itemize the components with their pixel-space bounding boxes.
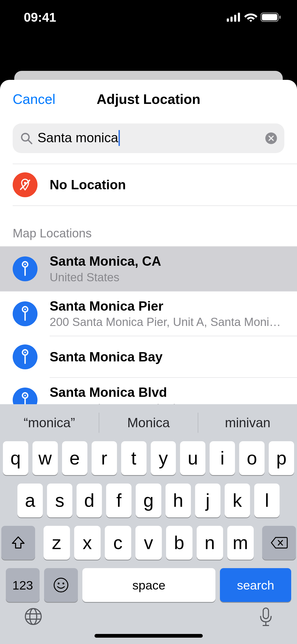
svg-point-23: [54, 578, 68, 592]
svg-line-8: [28, 140, 32, 144]
status-time: 09:41: [24, 10, 56, 25]
svg-rect-3: [238, 13, 240, 22]
emoji-key[interactable]: [44, 568, 78, 602]
suggestion-3[interactable]: minivan: [198, 415, 297, 430]
key-k[interactable]: k: [225, 484, 250, 517]
search-icon: [20, 132, 33, 145]
result-title: Santa Monica, CA: [50, 253, 284, 270]
suggestion-2[interactable]: Monica: [99, 415, 198, 430]
no-location-label: No Location: [50, 177, 126, 192]
result-title: Santa Monica Blvd: [50, 384, 284, 401]
result-text: Santa Monica, CA United States: [50, 253, 284, 285]
result-subtitle: United States: [50, 270, 284, 285]
backspace-icon: [270, 536, 288, 549]
key-g[interactable]: g: [136, 484, 161, 517]
clear-search-button[interactable]: [265, 132, 277, 144]
key-l[interactable]: l: [254, 484, 280, 517]
shift-icon: [11, 535, 26, 550]
keyboard: “monica” Monica minivan qwertyuiop asdfg…: [0, 404, 297, 644]
svg-point-26: [25, 609, 41, 624]
svg-rect-2: [234, 15, 236, 22]
search-container: Santa monica: [0, 118, 297, 164]
pin-icon: [13, 301, 37, 326]
key-h[interactable]: h: [166, 484, 191, 517]
search-input[interactable]: Santa monica: [13, 123, 284, 153]
cancel-button[interactable]: Cancel: [13, 91, 55, 107]
key-c[interactable]: c: [105, 526, 131, 560]
key-m[interactable]: m: [227, 526, 254, 560]
close-icon: [268, 135, 274, 141]
globe-icon[interactable]: [24, 607, 43, 626]
key-q[interactable]: q: [3, 441, 28, 475]
no-location-row[interactable]: No Location: [0, 164, 297, 205]
location-result[interactable]: Santa Monica Pier 200 Santa Monica Pier,…: [0, 292, 297, 336]
key-a[interactable]: a: [17, 484, 43, 517]
space-key[interactable]: space: [82, 568, 215, 602]
result-title: Santa Monica Bay: [50, 349, 284, 365]
home-indicator[interactable]: [95, 634, 203, 638]
key-v[interactable]: v: [135, 526, 162, 560]
modal-sheet: Cancel Adjust Location Santa monica No L…: [0, 80, 297, 644]
cellular-icon: [227, 13, 241, 22]
svg-point-24: [58, 583, 60, 585]
location-result[interactable]: Santa Monica Bay: [0, 336, 297, 377]
result-text: Santa Monica Bay: [50, 349, 284, 365]
key-u[interactable]: u: [180, 441, 205, 475]
svg-point-27: [30, 609, 37, 624]
result-text: Santa Monica Pier 200 Santa Monica Pier,…: [50, 298, 284, 330]
section-header: Map Locations: [0, 206, 297, 246]
emoji-icon: [53, 577, 69, 593]
suggestion-bar: “monica” Monica minivan: [0, 404, 297, 441]
key-n[interactable]: n: [197, 526, 223, 560]
svg-rect-1: [230, 17, 233, 22]
text-cursor: [119, 130, 120, 146]
svg-point-21: [24, 395, 26, 396]
key-j[interactable]: j: [195, 484, 220, 517]
svg-rect-5: [262, 14, 277, 20]
battery-icon: [261, 12, 281, 22]
result-title: Santa Monica Pier: [50, 298, 284, 315]
search-key[interactable]: search: [220, 568, 291, 602]
status-bar: 09:41: [0, 0, 297, 37]
nav-bar: Cancel Adjust Location: [0, 80, 297, 118]
pin-icon: [13, 256, 37, 281]
wifi-icon: [244, 12, 257, 22]
svg-point-18: [24, 352, 26, 353]
key-e[interactable]: e: [62, 441, 87, 475]
key-t[interactable]: t: [121, 441, 147, 475]
mic-icon[interactable]: [258, 607, 273, 628]
svg-point-25: [63, 583, 64, 585]
key-b[interactable]: b: [166, 526, 192, 560]
svg-rect-6: [279, 16, 281, 19]
key-z[interactable]: z: [44, 526, 70, 560]
key-w[interactable]: w: [32, 441, 58, 475]
key-s[interactable]: s: [47, 484, 72, 517]
svg-point-12: [24, 264, 26, 265]
results-list: Santa Monica, CA United States Santa Mon…: [0, 246, 297, 423]
status-icons: [227, 12, 281, 22]
suggestion-1[interactable]: “monica”: [0, 415, 99, 430]
key-o[interactable]: o: [239, 441, 265, 475]
svg-rect-30: [263, 608, 268, 619]
key-x[interactable]: x: [74, 526, 101, 560]
key-p[interactable]: p: [269, 441, 294, 475]
svg-rect-0: [227, 19, 229, 22]
backspace-key[interactable]: [262, 526, 296, 560]
location-result[interactable]: Santa Monica, CA United States: [0, 247, 297, 291]
numbers-key[interactable]: 123: [6, 568, 40, 602]
key-r[interactable]: r: [92, 441, 117, 475]
pin-icon: [13, 344, 37, 369]
key-i[interactable]: i: [210, 441, 235, 475]
svg-point-15: [24, 309, 26, 310]
key-d[interactable]: d: [77, 484, 102, 517]
key-y[interactable]: y: [151, 441, 176, 475]
result-subtitle: 200 Santa Monica Pier, Unit A, Santa Mon…: [50, 314, 284, 329]
key-f[interactable]: f: [106, 484, 131, 517]
search-value: Santa monica: [37, 130, 261, 147]
shift-key[interactable]: [1, 526, 35, 560]
no-location-icon: [13, 172, 37, 197]
